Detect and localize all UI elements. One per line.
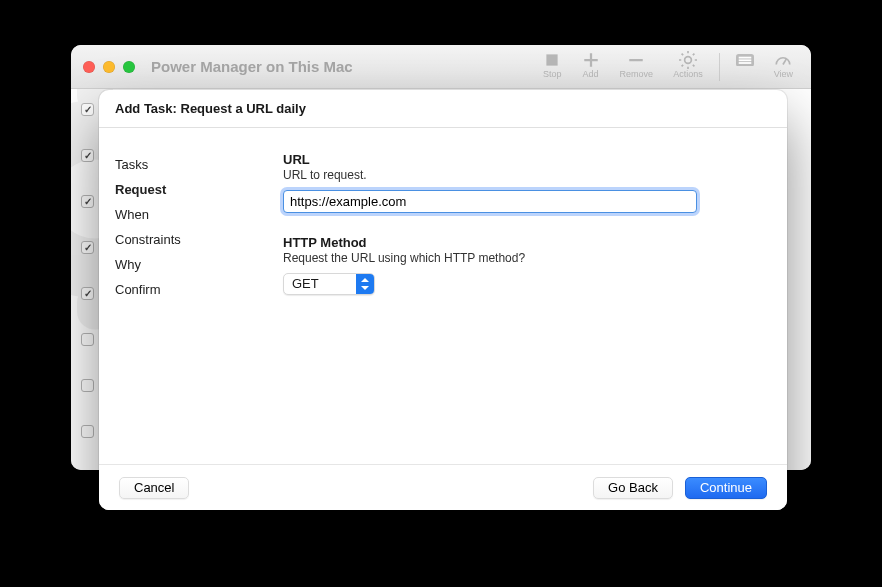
toolbar-listview[interactable]: . <box>728 49 762 81</box>
url-input[interactable] <box>283 190 697 213</box>
close-window-icon[interactable] <box>83 61 95 73</box>
task-checkbox[interactable] <box>81 287 94 300</box>
toolbar-add-label: Add <box>583 69 599 79</box>
minimize-window-icon[interactable] <box>103 61 115 73</box>
toolbar-add[interactable]: Add <box>574 49 608 81</box>
toolbar-stop-label: Stop <box>543 69 562 79</box>
step-request[interactable]: Request <box>115 177 271 202</box>
window-controls <box>83 61 135 73</box>
toolbar-actions[interactable]: Actions <box>665 49 711 81</box>
task-checkbox[interactable] <box>81 241 94 254</box>
svg-rect-3 <box>738 56 751 58</box>
step-sidebar: TasksRequestWhenConstraintsWhyConfirm <box>99 128 279 464</box>
step-why[interactable]: Why <box>115 252 271 277</box>
http-method-desc: Request the URL using which HTTP method? <box>283 251 757 265</box>
task-checkbox[interactable] <box>81 149 94 162</box>
toolbar-actions-label: Actions <box>673 69 703 79</box>
minus-icon <box>627 51 645 69</box>
url-label: URL <box>283 152 757 167</box>
svg-rect-0 <box>547 54 558 65</box>
url-desc: URL to request. <box>283 168 757 182</box>
toolbar-remove-label: Remove <box>620 69 654 79</box>
toolbar-gauge[interactable]: View <box>766 49 801 81</box>
svg-rect-4 <box>738 59 751 61</box>
task-checkbox[interactable] <box>81 379 94 392</box>
step-constraints[interactable]: Constraints <box>115 227 271 252</box>
go-back-button[interactable]: Go Back <box>593 477 673 499</box>
zoom-window-icon[interactable] <box>123 61 135 73</box>
sheet-body: TasksRequestWhenConstraintsWhyConfirm UR… <box>99 128 787 464</box>
svg-rect-5 <box>738 62 751 64</box>
step-tasks[interactable]: Tasks <box>115 152 271 177</box>
step-when[interactable]: When <box>115 202 271 227</box>
continue-button[interactable]: Continue <box>685 477 767 499</box>
task-checkbox[interactable] <box>81 195 94 208</box>
step-content: URL URL to request. HTTP Method Request … <box>279 128 787 464</box>
task-checkbox[interactable] <box>81 333 94 346</box>
sheet-title: Add Task: Request a URL daily <box>99 90 787 128</box>
cancel-button[interactable]: Cancel <box>119 477 189 499</box>
task-checkbox[interactable] <box>81 103 94 116</box>
toolbar-stop[interactable]: Stop <box>535 49 570 81</box>
toolbar-view-label: View <box>774 69 793 79</box>
stop-icon <box>543 51 561 69</box>
titlebar: Power Manager on This Mac Stop Add Remov… <box>71 45 811 89</box>
gauge-icon <box>774 51 792 69</box>
sheet-footer: Cancel Go Back Continue <box>99 464 787 510</box>
list-icon <box>736 51 754 69</box>
svg-point-1 <box>685 57 692 64</box>
window-title: Power Manager on This Mac <box>151 58 353 75</box>
chevron-up-down-icon <box>356 274 374 294</box>
step-confirm[interactable]: Confirm <box>115 277 271 302</box>
gear-icon <box>679 51 697 69</box>
task-checkbox[interactable] <box>81 425 94 438</box>
toolbar: Stop Add Remove Actions <box>535 49 801 81</box>
add-task-sheet: Add Task: Request a URL daily TasksReque… <box>99 90 787 510</box>
plus-icon <box>582 51 600 69</box>
toolbar-separator <box>719 53 720 81</box>
http-method-select[interactable]: GET <box>283 273 375 295</box>
toolbar-remove[interactable]: Remove <box>612 49 662 81</box>
http-method-label: HTTP Method <box>283 235 757 250</box>
